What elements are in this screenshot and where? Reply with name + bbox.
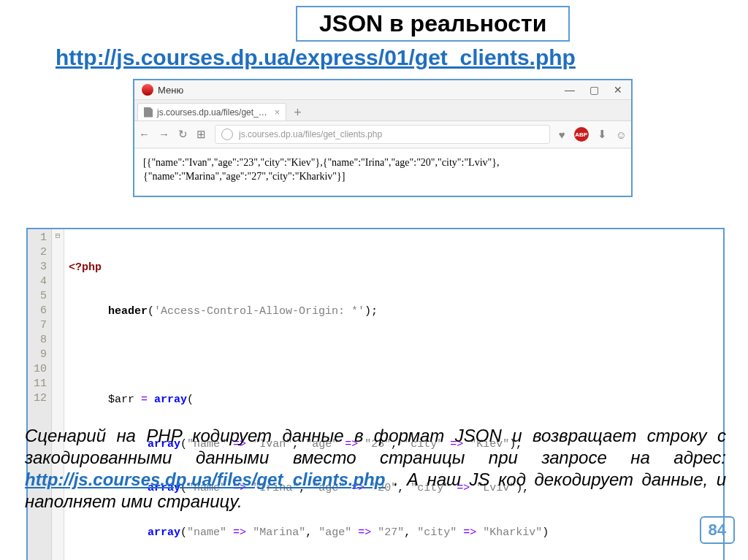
new-tab-icon[interactable]: + xyxy=(286,105,309,120)
menu-label[interactable]: Меню xyxy=(158,85,183,96)
desc-part1: Сценарий на PHP кодирует данные в формат… xyxy=(25,426,726,467)
opera-icon xyxy=(142,84,153,96)
browser-titlebar: Меню — ▢ ✕ xyxy=(134,80,631,100)
address-bar[interactable]: js.courses.dp.ua/files/get_clients.php xyxy=(215,125,550,144)
speed-dial-icon[interactable]: ⊞ xyxy=(196,128,206,141)
browser-toolbar: ← → ↻ ⊞ js.courses.dp.ua/files/get_clien… xyxy=(134,121,631,148)
reload-icon[interactable]: ↻ xyxy=(178,128,188,141)
download-icon[interactable]: ⬇ xyxy=(598,128,607,141)
main-url-link[interactable]: http://js.courses.dp.ua/express/01/get_c… xyxy=(56,45,576,70)
page-body: [{"name":"Ivan","age":"23","city":"Kiev"… xyxy=(134,148,631,196)
tab-bar: js.courses.dp.ua/files/get_… × + xyxy=(134,100,631,121)
page-number: 84 xyxy=(700,516,735,544)
desc-link[interactable]: http://js.courses.dp.ua/files/get_client… xyxy=(25,469,385,489)
globe-icon xyxy=(221,129,233,140)
file-icon xyxy=(144,107,153,118)
tab-close-icon[interactable]: × xyxy=(275,107,280,118)
back-icon[interactable]: ← xyxy=(139,128,150,141)
forward-icon[interactable]: → xyxy=(159,128,169,141)
heart-icon[interactable]: ♥ xyxy=(559,129,565,141)
profile-icon[interactable]: ☺ xyxy=(616,129,627,141)
abp-icon[interactable]: ABP xyxy=(574,127,589,142)
browser-window: Меню — ▢ ✕ js.courses.dp.ua/files/get_… … xyxy=(133,79,633,197)
maximize-icon[interactable]: ▢ xyxy=(589,84,599,96)
minimize-icon[interactable]: — xyxy=(565,84,575,96)
tab-title: js.courses.dp.ua/files/get_… xyxy=(157,107,267,118)
description: Сценарий на PHP кодирует данные в формат… xyxy=(25,425,726,513)
close-icon[interactable]: ✕ xyxy=(614,84,622,96)
browser-tab[interactable]: js.courses.dp.ua/files/get_… × xyxy=(137,103,286,120)
slide-title: JSON в реальности xyxy=(296,6,570,42)
fold-icon[interactable]: ⊟ xyxy=(53,231,62,245)
address-text: js.courses.dp.ua/files/get_clients.php xyxy=(239,129,382,139)
